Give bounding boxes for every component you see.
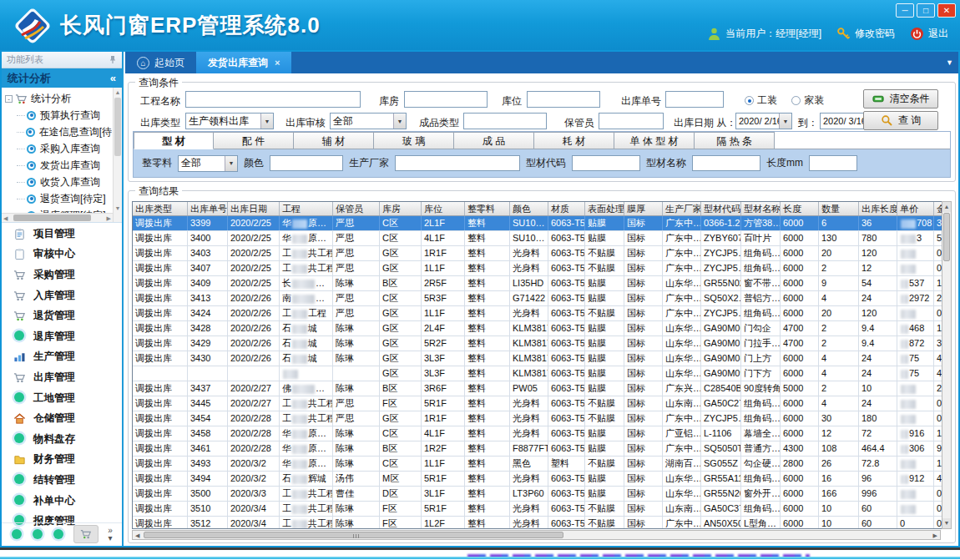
column-header[interactable]: 表面处理 <box>585 202 624 215</box>
tree-item[interactable]: 退货查询[待定] <box>5 190 112 207</box>
pin-icon[interactable] <box>109 55 117 64</box>
table-horizontal-scrollbar[interactable]: ◀▶ <box>132 530 941 540</box>
table-row[interactable]: 调拨出库34372020/2/27佛…陈琳B区3R6F整料PW056063-T5… <box>133 381 951 396</box>
material-tab[interactable]: 隔 热 条 <box>695 132 775 149</box>
filter-input[interactable] <box>692 155 760 171</box>
search-button[interactable]: 查 询 <box>863 111 938 130</box>
statistics-section-header[interactable]: 统计分析 « <box>2 68 122 88</box>
table-row[interactable]: 调拨出库34072020/2/25工共工程严思G区1L1F整料光身料6063-T… <box>133 261 951 276</box>
maximize-button[interactable]: □ <box>917 3 935 18</box>
group-icon[interactable] <box>33 529 43 539</box>
material-tab[interactable]: 单 体 型 材 <box>614 132 695 149</box>
minimize-button[interactable]: ─ <box>896 3 914 18</box>
column-header[interactable]: 库位 <box>422 202 465 215</box>
table-row[interactable]: 调拨出库34032020/2/25工共工程严思G区1R1F整料光身料6063-T… <box>133 246 951 261</box>
filter-input[interactable] <box>395 155 520 171</box>
column-header[interactable]: 库房 <box>380 202 422 215</box>
tree-item[interactable]: 发货出库查询 <box>5 157 112 174</box>
filter-select[interactable]: 全部▼ <box>178 155 238 172</box>
table-row[interactable]: 调拨出库34132020/2/26南…严思C区5R3F整料G714226063-… <box>133 291 951 306</box>
table-row[interactable]: 调拨出库35102020/3/4工共工程陈琳F区5R1F整料光身料6063-T5… <box>133 502 951 517</box>
radio-industrial[interactable]: 工装 <box>745 93 777 108</box>
column-header[interactable]: 出库单号 <box>188 202 228 215</box>
tree-vertical-scrollbar[interactable]: ▲ ▼ <box>113 88 122 222</box>
tree-item[interactable]: 采购入库查询 <box>5 140 112 157</box>
table-row[interactable]: 调拨出库35002020/3/3工共工程曹佳D区3L1F整料LT3P606063… <box>133 487 951 502</box>
location-input[interactable] <box>527 91 600 108</box>
group-icon[interactable] <box>53 529 63 539</box>
sidebar-menu-item[interactable]: 生产管理 <box>2 347 122 368</box>
sidebar-menu-item[interactable]: 结转管理 <box>2 470 122 491</box>
group-icon[interactable] <box>12 529 22 539</box>
column-header[interactable]: 单价 <box>897 202 934 215</box>
table-row[interactable]: 调拨出库34542020/2/28工共工程严思G区1R1F整料光身料6063-T… <box>133 411 951 426</box>
tab-start-page[interactable]: ⌂ 起始页 <box>125 52 196 73</box>
material-tab[interactable]: 成 品 <box>454 132 534 149</box>
tree-horizontal-scrollbar[interactable]: ◀▶ <box>2 213 113 222</box>
clear-conditions-button[interactable]: 清空条件 <box>863 89 938 108</box>
table-row[interactable]: 调拨出库34292020/2/26石城陈琳G区5R2F整料KLM38176063… <box>133 336 951 351</box>
material-tab[interactable]: 辅 材 <box>294 132 374 149</box>
column-header[interactable]: 保管员 <box>333 202 380 215</box>
sidebar-menu-item[interactable]: 退货管理 <box>2 305 122 326</box>
order-no-input[interactable] <box>665 91 724 108</box>
table-row[interactable]: 调拨出库33992020/2/25华原…严思C区2L1F整料SU10…6063-… <box>133 216 951 231</box>
collapse-icon[interactable]: « <box>110 72 116 84</box>
table-row[interactable]: G区3L3F整料KLM38176063-T5贴膜国标山东华…GA90M09…门下… <box>133 366 951 381</box>
column-header[interactable]: 整零料 <box>465 202 510 215</box>
sidebar-menu-item[interactable]: 出库管理 <box>2 367 122 388</box>
filter-input[interactable] <box>270 155 343 171</box>
tree-item[interactable]: 预算执行查询 <box>5 107 112 124</box>
keeper-input[interactable] <box>599 113 664 129</box>
filter-input[interactable] <box>572 155 640 171</box>
sidebar-menu-item[interactable]: 仓储管理 <box>2 408 122 429</box>
column-header[interactable]: 出库类型 <box>133 202 188 215</box>
radio-home[interactable]: 家装 <box>791 93 824 108</box>
date-from-select[interactable]: 2020/ 2/16▼ <box>735 113 792 129</box>
sidebar-menu-item[interactable]: 物料盘存 <box>2 429 122 450</box>
sidebar-menu-item[interactable]: 工地管理 <box>2 388 122 409</box>
table-row[interactable]: 调拨出库34932020/3/2华原…陈琳C区1L1F整料黑色塑料不贴膜国标湖南… <box>133 457 951 472</box>
column-header[interactable]: 数量 <box>819 202 859 215</box>
table-row[interactable]: 调拨出库35122020/3/4工共工程陈琳F区1L2F整料光身料6063-T5… <box>133 517 951 529</box>
table-row[interactable]: 调拨出库34282020/2/26石城陈琳G区2L4F整料KLM38176063… <box>133 321 951 336</box>
tab-shipment-outbound-query[interactable]: 发货出库查询 × <box>196 52 291 73</box>
column-header[interactable]: 出库日期 <box>228 202 280 215</box>
column-header[interactable]: 工程 <box>280 202 333 215</box>
product-type-input[interactable] <box>463 113 547 129</box>
column-header[interactable]: 型材名称 <box>741 202 781 215</box>
table-row[interactable]: 调拨出库34612020/2/28华原…陈琳B区1R2F整料F8877FT606… <box>133 441 951 457</box>
sidebar-menu-item[interactable]: 补单中心 <box>2 491 122 512</box>
material-tab[interactable]: 玻 璃 <box>374 132 454 149</box>
column-header[interactable]: 材质 <box>548 202 585 215</box>
tree-root[interactable]: - 统计分析 <box>5 90 112 107</box>
table-row[interactable]: 调拨出库34002020/2/25华原…严思C区4L1F整料SU10…6063-… <box>133 231 951 246</box>
close-button[interactable]: ✕ <box>937 3 956 18</box>
tab-close-icon[interactable]: × <box>275 58 280 68</box>
material-tab[interactable]: 配 件 <box>214 132 294 149</box>
table-vertical-scrollbar[interactable]: ▲▼ <box>942 201 952 529</box>
column-header[interactable]: 颜色 <box>510 202 548 215</box>
tree-item[interactable]: 收货入库查询 <box>5 174 112 190</box>
tab-list-chevron-icon[interactable]: ▼ <box>946 58 953 67</box>
column-header[interactable]: 生产厂家 <box>663 202 701 215</box>
table-row[interactable]: 调拨出库34242020/2/26工工程严思G区1L1F整料光身料6063-T5… <box>133 306 951 321</box>
sidebar-menu-item[interactable]: 采购管理 <box>2 265 122 285</box>
warehouse-input[interactable] <box>404 91 488 108</box>
cart-group-button[interactable] <box>73 525 99 543</box>
more-groups-button[interactable]: »▾ <box>108 527 113 542</box>
table-row[interactable]: 调拨出库34302020/2/26石城陈琳G区3L3F整料KLM38176063… <box>133 351 951 366</box>
column-header[interactable]: 出库长度 <box>859 202 897 215</box>
material-tab[interactable]: 耗 材 <box>534 132 614 149</box>
table-row[interactable]: 调拨出库34092020/2/25长…陈琳B区2R5F整料LI35HD6063-… <box>133 276 951 291</box>
column-header[interactable]: 型材代码 <box>701 202 741 215</box>
project-name-input[interactable] <box>185 91 361 108</box>
audit-select[interactable]: 全部▼ <box>330 113 407 129</box>
change-password-button[interactable]: 修改密码 <box>836 27 895 41</box>
sidebar-menu-item[interactable]: 入库管理 <box>2 285 122 306</box>
column-header[interactable]: 长度 <box>781 202 819 215</box>
logout-button[interactable]: 退出 <box>910 27 948 41</box>
material-tab[interactable]: 型 材 <box>134 132 214 149</box>
column-header[interactable]: 膜厚 <box>624 202 663 215</box>
expander-icon[interactable]: - <box>5 95 13 103</box>
